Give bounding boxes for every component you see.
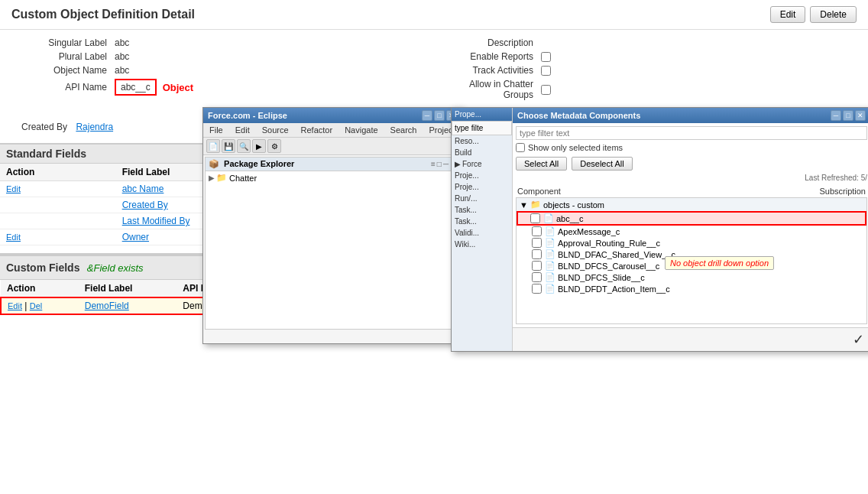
blnd-dfcs-slide-item[interactable]: 📄 BLND_DFCS_Slide__c: [517, 271, 866, 283]
approval-routing-checkbox[interactable]: [532, 238, 542, 248]
build-item[interactable]: Build: [452, 147, 512, 158]
menu-search[interactable]: Search: [387, 124, 420, 136]
blnd-dfcs-slide-checkbox[interactable]: [532, 272, 542, 282]
created-by-link[interactable]: Rajendra: [76, 122, 113, 132]
custom-fields-title-group: Custom Fields &Field exists: [6, 262, 144, 274]
last-modified-by-link[interactable]: Last Modified By: [122, 216, 190, 226]
doc-icon-5: 📄: [545, 261, 555, 271]
chatter-label: Chatter: [229, 174, 257, 183]
delete-button[interactable]: Delete: [810, 6, 857, 23]
apex-message-item[interactable]: 📄 ApexMessage_c: [517, 226, 866, 237]
menu-refactor[interactable]: Refactor: [298, 124, 336, 136]
validi-item[interactable]: Validi...: [452, 227, 512, 239]
proje-item-2[interactable]: Proje...: [452, 181, 512, 193]
enable-reports-checkbox[interactable]: [541, 52, 551, 62]
metadata-left-items: Reso... Build ▶Force Proje... Proje... R…: [452, 135, 512, 250]
abc-name-link[interactable]: abc Name: [122, 184, 164, 194]
panel-icon-2[interactable]: □: [437, 160, 442, 168]
eclipse-panel-header: 📦 Package Explorer ≡ □ ─ ✕: [206, 158, 459, 171]
task-item-1[interactable]: Task...: [452, 204, 512, 216]
abc-c-checkbox[interactable]: [530, 213, 540, 223]
api-name-row: API Name abc__c Object: [15, 79, 426, 96]
edit-owner[interactable]: Edit: [6, 232, 21, 242]
panel-icon-1[interactable]: ≡: [431, 160, 436, 168]
abc-c-item[interactable]: 📄 abc__c: [517, 211, 866, 226]
plural-label-key: Plural Label: [15, 51, 115, 62]
cf-col-field-label: Field Label: [79, 280, 177, 297]
blnd-dfac-checkbox[interactable]: [532, 249, 542, 259]
objects-custom-header[interactable]: ▼ 📁 objects - custom: [517, 198, 866, 211]
menu-file[interactable]: File: [206, 124, 226, 136]
enable-reports-row: Enable Reports: [442, 51, 853, 62]
deselect-all-button[interactable]: Deselect All: [572, 157, 632, 171]
metadata-right-panel: Choose Metadata Components ─ □ ✕ Show on…: [513, 108, 868, 351]
eclipse-maximize[interactable]: □: [434, 110, 445, 121]
apex-message-label: ApexMessage_c: [558, 227, 620, 236]
proje-item-1[interactable]: Proje...: [452, 170, 512, 181]
edit-demofield[interactable]: Edit: [8, 301, 22, 310]
main-page: Custom Object Definition Detail Edit Del…: [0, 0, 868, 494]
menu-source[interactable]: Source: [259, 124, 292, 136]
track-activities-checkbox[interactable]: [541, 66, 551, 76]
enable-reports-key: Enable Reports: [442, 51, 541, 62]
tree-arrow: ▶: [209, 174, 215, 182]
owner-link[interactable]: Owner: [122, 232, 149, 242]
eclipse-minimize[interactable]: ─: [422, 110, 432, 121]
eclipse-toolbar: 📄 💾 🔍 ▶ ⚙: [203, 138, 462, 155]
blnd-dfdt-checkbox[interactable]: [532, 284, 542, 294]
run-item[interactable]: Run/...: [452, 193, 512, 204]
metadata-close[interactable]: ✕: [855, 110, 866, 121]
edit-button[interactable]: Edit: [770, 6, 806, 23]
select-all-button[interactable]: Select All: [516, 157, 567, 171]
metadata-maximize[interactable]: □: [843, 110, 853, 121]
toolbar-btn-1[interactable]: 📄: [206, 139, 220, 153]
menu-navigate[interactable]: Navigate: [342, 124, 381, 136]
chatter-folder-icon: 📁: [216, 173, 227, 183]
type-filter-input[interactable]: [452, 121, 512, 135]
panel-icon-3[interactable]: ─: [443, 160, 449, 168]
approval-routing-item[interactable]: 📄 Approval_Routing_Rule__c: [517, 237, 866, 249]
menu-edit[interactable]: Edit: [232, 124, 253, 136]
metadata-search-input[interactable]: [516, 126, 867, 140]
reso-item[interactable]: Reso...: [452, 135, 512, 147]
subscription-row: Component Subscription: [516, 185, 867, 197]
show-only-selected-checkbox[interactable]: [516, 143, 525, 152]
abc-c-label: abc__c: [556, 214, 583, 223]
field-exists-label: &Field exists: [87, 262, 144, 274]
tree-item-chatter[interactable]: ▶ 📁 Chatter: [206, 171, 459, 184]
checkmark: ✓: [853, 332, 864, 347]
description-key: Description: [442, 37, 541, 48]
task-item-2[interactable]: Task...: [452, 216, 512, 227]
metadata-body: Show only selected items Select All Dese…: [513, 123, 868, 327]
left-col: Singular Label abc Plural Label abc Obje…: [15, 37, 426, 103]
blnd-dfdt-item[interactable]: 📄 BLND_DFDT_Action_Item__c: [517, 283, 866, 294]
eclipse-window: Force.com - Eclipse ─ □ ✕ File Edit Sour…: [202, 107, 462, 344]
toolbar-btn-2[interactable]: 💾: [222, 139, 235, 153]
col-action: Action: [0, 164, 116, 181]
doc-icon-2: 📄: [545, 226, 555, 236]
edit-abc-name[interactable]: Edit: [6, 184, 21, 193]
demofield-link[interactable]: DemoField: [85, 301, 129, 311]
eclipse-menubar: File Edit Source Refactor Navigate Searc…: [203, 123, 462, 138]
toolbar-btn-5[interactable]: ⚙: [267, 139, 281, 153]
metadata-minimize[interactable]: ─: [831, 110, 841, 121]
object-name-key: Object Name: [15, 65, 115, 76]
del-demofield[interactable]: Del: [30, 301, 43, 310]
metadata-window: Prope... Reso... Build ▶Force Proje... P…: [451, 107, 868, 352]
force-item[interactable]: ▶Force: [452, 158, 512, 170]
toolbar-buttons: Edit Delete: [770, 6, 857, 23]
blnd-dfcs-slide-label: BLND_DFCS_Slide__c: [558, 273, 645, 282]
object-tag: Object: [163, 82, 193, 93]
page-title: Custom Object Definition Detail: [11, 8, 195, 21]
toolbar-btn-4[interactable]: ▶: [252, 139, 266, 153]
blnd-dfcs-carousel-checkbox[interactable]: [532, 261, 542, 271]
wiki-item[interactable]: Wiki...: [452, 239, 512, 250]
checkmark-row: ✓: [513, 327, 868, 351]
allow-chatter-key: Allow in Chatter Groups: [442, 79, 541, 100]
eclipse-titlebar: Force.com - Eclipse ─ □ ✕: [203, 108, 462, 123]
toolbar-btn-3[interactable]: 🔍: [237, 139, 251, 153]
allow-chatter-checkbox[interactable]: [541, 85, 551, 95]
created-by-field-link[interactable]: Created By: [122, 200, 168, 210]
demo-field-action: Edit | Del: [8, 301, 42, 311]
apex-message-checkbox[interactable]: [532, 226, 542, 236]
